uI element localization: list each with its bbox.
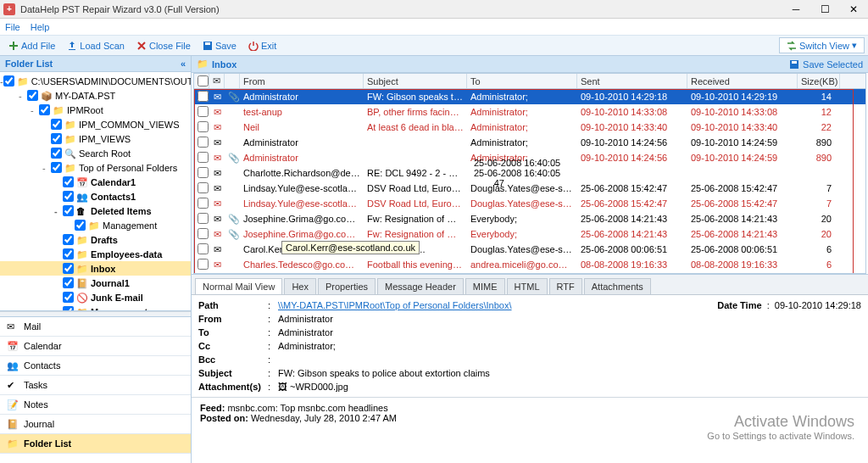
tree-item[interactable]: 📁IPM_VIEWS xyxy=(0,131,191,146)
nav-icon: 📅 xyxy=(7,341,19,351)
nav-notes[interactable]: 📝Notes xyxy=(0,395,191,415)
tab-hex[interactable]: Hex xyxy=(284,278,316,294)
minimize-button[interactable]: ─ xyxy=(782,0,810,19)
envelope-icon: ✉ xyxy=(209,244,225,255)
tree-item[interactable]: 📁Inbox xyxy=(0,261,191,276)
nav-mail[interactable]: ✉Mail xyxy=(0,317,191,337)
mail-row[interactable]: ✉NeilAt least 6 dead in blast at Ch...Ad… xyxy=(194,120,865,135)
tree-item[interactable]: -📁C:\USERS\ADMIN\DOCUMENTS\OUTLOOK F xyxy=(0,74,191,88)
inbox-header: 📁 Inbox Save Selected xyxy=(192,56,868,73)
save-button[interactable]: Save xyxy=(198,39,242,53)
nav-icon: 📁 xyxy=(7,438,19,449)
tab-mime[interactable]: MIME xyxy=(465,278,505,294)
grid-header: ✉ From Subject To Sent Received Size(KB) xyxy=(194,74,865,89)
folder-icon: 📁 xyxy=(197,59,209,70)
nav-contacts[interactable]: 👥Contacts xyxy=(0,356,191,376)
contacts-icon: 👥 xyxy=(76,192,88,202)
envelope-icon: ✉ xyxy=(209,259,225,271)
envelope-icon: ✉ xyxy=(209,168,225,179)
col-subject[interactable]: Subject xyxy=(364,74,467,88)
attach-icon: 📎 xyxy=(225,92,240,103)
path-link[interactable]: \\MY-DATA.PST\IPMRoot\Top of Personal Fo… xyxy=(278,298,512,312)
close-button[interactable]: ✕ xyxy=(839,0,868,19)
right-panel: 📁 Inbox Save Selected ✉ From Subject To … xyxy=(192,56,868,463)
folder-icon: 📁 xyxy=(88,220,100,231)
mail-row[interactable]: ✉Nigel.Chetcuti@go.com.mtRE: Football ne… xyxy=(194,272,865,273)
grid-body[interactable]: Carol.Kerr@ese-scotland.co.uk ✉📎Administ… xyxy=(194,89,865,273)
tree-item[interactable]: -🗑Deleted Items xyxy=(0,204,191,218)
addfile-button[interactable]: Add File xyxy=(3,39,60,53)
mail-row[interactable]: ✉📎Josephine.Grima@go.com.mtFw: Resignati… xyxy=(194,211,865,226)
nav-folder-list[interactable]: 📁Folder List xyxy=(0,434,191,454)
tree-item[interactable]: 🚫Junk E-mail xyxy=(0,290,191,304)
window-title: DataHelp PST Repair Wizard v3.0 (Full Ve… xyxy=(20,4,220,14)
nav-icon: ✔ xyxy=(7,380,19,390)
loadscan-button[interactable]: Load Scan xyxy=(62,39,130,53)
search-icon: 🔍 xyxy=(64,148,76,159)
journal-icon: 📔 xyxy=(76,278,88,288)
col-envelope[interactable]: ✉ xyxy=(209,74,225,88)
envelope-icon: ✉ xyxy=(209,229,225,240)
nav-journal[interactable]: 📔Journal xyxy=(0,415,191,434)
mail-row[interactable]: ✉Lindsay.Yule@ese-scotland.c...DSV Road … xyxy=(194,181,865,196)
col-checkbox[interactable] xyxy=(194,74,209,88)
activate-watermark: Activate Windows Go to Settings to activ… xyxy=(707,413,854,441)
envelope-icon: ✉ xyxy=(209,214,225,225)
plus-icon xyxy=(8,41,19,51)
folder-icon: 📁 xyxy=(53,105,64,115)
detail-tabs: Normal Mail ViewHexPropertiesMessage Hea… xyxy=(192,274,868,294)
nav-icon: 📔 xyxy=(7,419,19,429)
col-sent[interactable]: Sent xyxy=(577,74,687,88)
envelope-icon: ✉ xyxy=(209,122,225,133)
menu-help[interactable]: Help xyxy=(31,22,50,32)
mail-row[interactable]: ✉AdministratorAdministrator;09-10-2010 1… xyxy=(194,135,865,150)
mail-row[interactable]: ✉Lindsay.Yule@ese-scotland.c...DSV Road … xyxy=(194,196,865,211)
col-from[interactable]: From xyxy=(240,74,364,88)
menu-file[interactable]: File xyxy=(5,22,20,32)
trash-icon: 🗑 xyxy=(76,206,88,216)
exit-button[interactable]: Exit xyxy=(243,39,281,53)
tree-item[interactable]: 📁Employees-data xyxy=(0,247,191,261)
tab-html[interactable]: HTML xyxy=(507,278,548,294)
folderlist-header: Folder List « xyxy=(0,56,191,72)
tree-item[interactable]: -📁IPMRoot xyxy=(0,103,191,117)
switchview-button[interactable]: Switch View ▾ xyxy=(779,37,865,53)
mail-row[interactable]: ✉📎AdministratorFW: Gibson speaks to poli… xyxy=(194,89,865,104)
tree-item[interactable]: 🔍Search Root xyxy=(0,146,191,160)
tree-item[interactable]: 📁Drafts xyxy=(0,232,191,247)
tree-item[interactable]: 👥Contacts1 xyxy=(0,189,191,204)
nav-tasks[interactable]: ✔Tasks xyxy=(0,376,191,395)
tree-item[interactable]: 📁Management xyxy=(0,304,191,311)
col-attachment[interactable] xyxy=(225,74,240,88)
closefile-button[interactable]: Close File xyxy=(131,39,196,53)
tab-message-header[interactable]: Message Header xyxy=(377,278,464,294)
tab-attachments[interactable]: Attachments xyxy=(584,278,651,294)
envelope-icon: ✉ xyxy=(209,198,225,209)
tree-item[interactable]: -📦MY-DATA.PST xyxy=(0,88,191,103)
col-received[interactable]: Received xyxy=(687,74,798,88)
mail-row[interactable]: ✉Charlotte.Richardson@dexio...RE: DCL 94… xyxy=(194,165,865,181)
mail-row[interactable]: ✉📎Josephine.Grima@go.com.mtFw: Resignati… xyxy=(194,226,865,242)
collapse-icon[interactable]: « xyxy=(181,59,186,69)
mail-row[interactable]: ✉Charles.Tedesco@go.com.mtFootball this … xyxy=(194,257,865,272)
chevron-down-icon: ▾ xyxy=(852,40,857,51)
col-size[interactable]: Size(KB) xyxy=(798,74,840,88)
save-selected-button[interactable]: Save Selected xyxy=(789,59,863,70)
col-to[interactable]: To xyxy=(467,74,577,88)
left-nav: ✉Mail📅Calendar👥Contacts✔Tasks📝Notes📔Jour… xyxy=(0,316,191,454)
tree-item[interactable]: 📁IPM_COMMON_VIEWS xyxy=(0,117,191,131)
folder-tree[interactable]: -📁C:\USERS\ADMIN\DOCUMENTS\OUTLOOK F-📦MY… xyxy=(0,72,191,311)
maximize-button[interactable]: ☐ xyxy=(810,0,839,19)
tree-item[interactable]: -📁Top of Personal Folders xyxy=(0,160,191,175)
image-icon: 🖼 xyxy=(278,380,287,393)
tab-rtf[interactable]: RTF xyxy=(549,278,582,294)
nav-icon: ✉ xyxy=(7,321,19,332)
nav-calendar[interactable]: 📅Calendar xyxy=(0,337,191,356)
tab-properties[interactable]: Properties xyxy=(318,278,376,294)
tree-item[interactable]: 📅Calendar1 xyxy=(0,175,191,189)
tab-normal-mail-view[interactable]: Normal Mail View xyxy=(195,278,282,294)
nav-icon: 📝 xyxy=(7,399,19,410)
tree-item[interactable]: 📁Management xyxy=(0,218,191,232)
mail-row[interactable]: ✉test-anupBP, other firms facing 300 la.… xyxy=(194,104,865,120)
tree-item[interactable]: 📔Journal1 xyxy=(0,276,191,290)
